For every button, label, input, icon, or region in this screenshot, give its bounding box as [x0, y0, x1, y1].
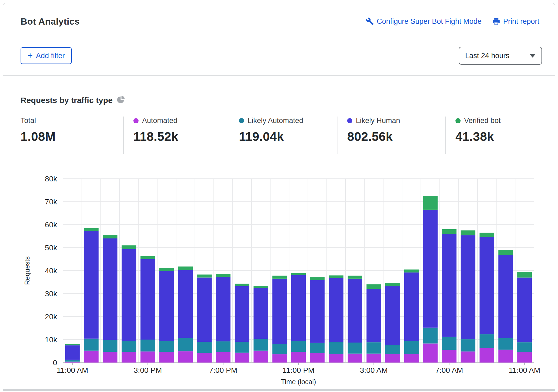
bar-segment[interactable]	[366, 354, 381, 363]
bar-segment[interactable]	[254, 286, 268, 288]
stacked-bar[interactable]	[254, 286, 268, 363]
bar-segment[interactable]	[385, 286, 400, 345]
bar-segment[interactable]	[461, 230, 475, 235]
bar-segment[interactable]	[65, 360, 80, 362]
bar-segment[interactable]	[254, 288, 268, 339]
bar-segment[interactable]	[423, 328, 438, 344]
stacked-bar[interactable]	[178, 267, 193, 363]
bar-segment[interactable]	[178, 351, 193, 363]
bar-segment[interactable]	[348, 276, 362, 279]
bar-segment[interactable]	[159, 352, 174, 363]
bar-segment[interactable]	[348, 343, 362, 354]
bar-segment[interactable]	[140, 256, 155, 259]
bar-segment[interactable]	[122, 249, 136, 341]
bar-segment[interactable]	[65, 345, 80, 360]
bar-segment[interactable]	[178, 338, 193, 351]
stacked-bar[interactable]	[348, 276, 362, 363]
bar-segment[interactable]	[366, 284, 381, 289]
bar-segment[interactable]	[517, 342, 532, 352]
bar-segment[interactable]	[140, 259, 155, 340]
add-filter-button[interactable]: + Add filter	[21, 47, 72, 64]
bar-segment[interactable]	[423, 210, 438, 328]
stacked-bar[interactable]	[291, 273, 306, 363]
bar-segment[interactable]	[442, 234, 457, 337]
bar-segment[interactable]	[385, 354, 400, 363]
stacked-bar[interactable]	[140, 256, 155, 363]
bar-segment[interactable]	[159, 271, 174, 341]
bar-segment[interactable]	[498, 255, 513, 338]
stacked-bar[interactable]	[404, 270, 419, 363]
bar-segment[interactable]	[84, 351, 99, 363]
bar-segment[interactable]	[254, 339, 268, 351]
bar-segment[interactable]	[291, 341, 306, 352]
bar-segment[interactable]	[291, 275, 306, 341]
stacked-bar[interactable]	[329, 275, 343, 363]
print-report-link[interactable]: Print report	[492, 17, 539, 26]
bar-segment[interactable]	[254, 351, 268, 363]
stacked-bar[interactable]	[423, 196, 438, 363]
bar-segment[interactable]	[65, 344, 80, 345]
bar-segment[interactable]	[122, 245, 136, 249]
bar-segment[interactable]	[461, 339, 475, 351]
bar-segment[interactable]	[404, 341, 419, 354]
bar-segment[interactable]	[498, 250, 513, 255]
bar-segment[interactable]	[272, 279, 287, 344]
bar-segment[interactable]	[517, 272, 532, 277]
bar-segment[interactable]	[404, 354, 419, 363]
time-range-select[interactable]: Last 24 hours	[459, 47, 542, 65]
requests-by-traffic-type-chart[interactable]: 010k20k30k40k50k60k70k80k11:00 AM3:00 PM…	[14, 165, 544, 388]
bar-segment[interactable]	[103, 235, 117, 238]
bar-segment[interactable]	[197, 275, 212, 278]
bar-segment[interactable]	[291, 352, 306, 363]
bar-segment[interactable]	[122, 352, 136, 363]
bar-segment[interactable]	[178, 267, 193, 270]
bar-segment[interactable]	[310, 353, 325, 363]
stacked-bar[interactable]	[103, 235, 117, 363]
stacked-bar[interactable]	[461, 230, 475, 363]
bar-segment[interactable]	[140, 351, 155, 363]
stacked-bar[interactable]	[122, 245, 136, 363]
bar-segment[interactable]	[272, 354, 287, 363]
bar-segment[interactable]	[329, 275, 343, 278]
bar-segment[interactable]	[235, 353, 249, 363]
bar-segment[interactable]	[310, 343, 325, 353]
bar-segment[interactable]	[197, 353, 212, 363]
bar-segment[interactable]	[197, 278, 212, 342]
bar-segment[interactable]	[366, 342, 381, 354]
bar-segment[interactable]	[480, 334, 494, 348]
bar-segment[interactable]	[103, 352, 117, 363]
bar-segment[interactable]	[178, 270, 193, 338]
bar-segment[interactable]	[216, 341, 231, 352]
bar-segment[interactable]	[348, 354, 362, 363]
bar-segment[interactable]	[310, 277, 325, 280]
bar-segment[interactable]	[84, 231, 99, 339]
bar-segment[interactable]	[235, 286, 249, 342]
bar-segment[interactable]	[103, 238, 117, 340]
bar-segment[interactable]	[216, 274, 231, 277]
bar-segment[interactable]	[385, 345, 400, 354]
stacked-bar[interactable]	[65, 344, 80, 363]
bar-segment[interactable]	[235, 342, 249, 353]
stacked-bar[interactable]	[480, 233, 494, 363]
stacked-bar[interactable]	[517, 272, 532, 363]
bar-segment[interactable]	[480, 233, 494, 237]
bar-segment[interactable]	[423, 344, 438, 363]
bar-segment[interactable]	[197, 342, 212, 353]
stacked-bar[interactable]	[197, 275, 212, 363]
bar-segment[interactable]	[461, 351, 475, 363]
bar-segment[interactable]	[442, 229, 457, 234]
bar-segment[interactable]	[235, 284, 249, 286]
bar-segment[interactable]	[65, 362, 80, 363]
stacked-bar[interactable]	[385, 283, 400, 363]
stacked-bar[interactable]	[235, 284, 249, 363]
bar-segment[interactable]	[480, 237, 494, 334]
stacked-bar[interactable]	[84, 228, 99, 363]
bar-segment[interactable]	[498, 350, 513, 363]
bar-segment[interactable]	[404, 273, 419, 341]
bar-segment[interactable]	[272, 276, 287, 279]
bar-segment[interactable]	[442, 337, 457, 350]
bar-segment[interactable]	[329, 278, 343, 342]
bar-segment[interactable]	[480, 348, 494, 363]
bar-segment[interactable]	[442, 350, 457, 363]
bar-segment[interactable]	[404, 270, 419, 273]
